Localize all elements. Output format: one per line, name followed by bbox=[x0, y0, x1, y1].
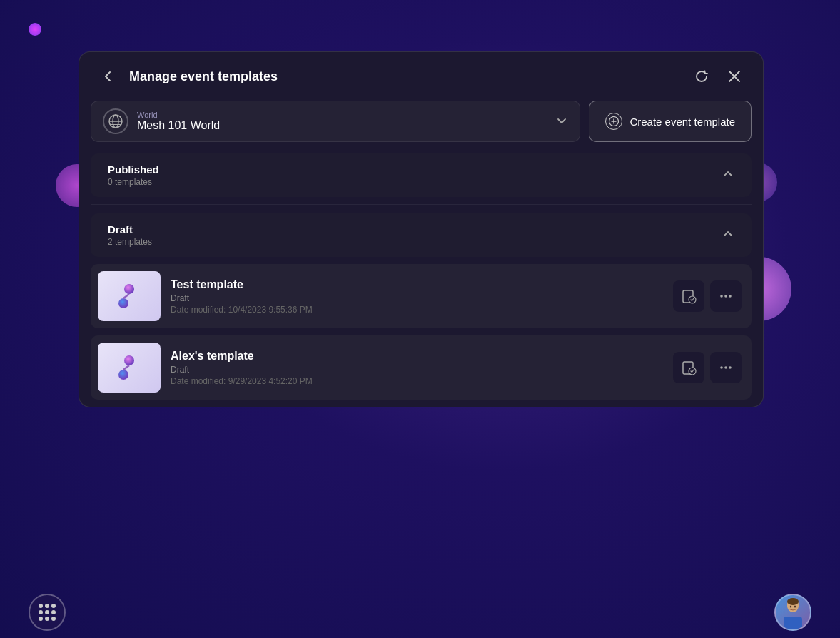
published-count: 0 templates bbox=[108, 177, 159, 187]
template-item: Alex's template Draft Date modified: 9/2… bbox=[91, 335, 752, 400]
create-event-template-label: Create event template bbox=[629, 116, 735, 128]
svg-point-10 bbox=[729, 295, 732, 298]
template-thumbnail bbox=[98, 343, 161, 393]
apps-button[interactable] bbox=[29, 594, 66, 631]
svg-point-23 bbox=[787, 598, 799, 605]
template-info: Test template Draft Date modified: 10/4/… bbox=[171, 278, 663, 315]
world-selector[interactable]: World Mesh 101 World bbox=[91, 101, 580, 142]
template-status: Draft bbox=[171, 365, 663, 375]
bg-orb-1 bbox=[29, 23, 41, 36]
close-button[interactable] bbox=[723, 65, 746, 88]
world-name: Mesh 101 World bbox=[137, 119, 547, 132]
template-actions bbox=[673, 352, 742, 383]
refresh-button[interactable] bbox=[690, 65, 713, 88]
world-label: World bbox=[137, 111, 547, 119]
draft-chevron-icon bbox=[722, 228, 734, 243]
template-date: Date modified: 10/4/2023 9:55:36 PM bbox=[171, 305, 663, 315]
svg-point-24 bbox=[790, 606, 791, 608]
svg-point-9 bbox=[724, 295, 727, 298]
draft-title: Draft bbox=[108, 223, 152, 236]
create-event-template-button[interactable]: Create event template bbox=[589, 101, 752, 142]
svg-line-13 bbox=[123, 365, 129, 370]
template-status: Draft bbox=[171, 293, 663, 303]
published-section-header[interactable]: Published 0 templates bbox=[91, 153, 752, 197]
template-more-button[interactable] bbox=[710, 352, 742, 383]
published-section-info: Published 0 templates bbox=[108, 163, 159, 187]
template-name: Alex's template bbox=[171, 350, 663, 363]
template-date: Date modified: 9/29/2023 4:52:20 PM bbox=[171, 376, 663, 386]
draft-section-header[interactable]: Draft 2 templates bbox=[91, 213, 752, 257]
template-info: Alex's template Draft Date modified: 9/2… bbox=[171, 350, 663, 386]
apps-grid-icon bbox=[39, 604, 56, 621]
svg-line-5 bbox=[123, 294, 129, 298]
avatar-button[interactable] bbox=[774, 594, 811, 631]
templates-list: Test template Draft Date modified: 10/4/… bbox=[79, 264, 763, 400]
create-plus-icon bbox=[605, 113, 622, 130]
template-publish-button[interactable] bbox=[673, 280, 704, 312]
header-actions bbox=[690, 65, 746, 88]
modal-title: Manage event templates bbox=[129, 69, 680, 84]
template-more-button[interactable] bbox=[710, 280, 742, 312]
svg-point-12 bbox=[118, 370, 128, 380]
world-globe-icon bbox=[103, 108, 128, 134]
world-selector-chevron-icon bbox=[555, 114, 568, 129]
template-publish-button[interactable] bbox=[673, 352, 704, 383]
svg-point-11 bbox=[124, 355, 134, 365]
world-info: World Mesh 101 World bbox=[137, 111, 547, 132]
svg-point-3 bbox=[124, 284, 134, 294]
template-actions bbox=[673, 280, 742, 312]
svg-point-8 bbox=[720, 295, 723, 298]
bottom-bar bbox=[0, 587, 840, 638]
svg-point-18 bbox=[729, 366, 732, 369]
published-chevron-icon bbox=[722, 168, 734, 183]
published-title: Published bbox=[108, 163, 159, 176]
template-item: Test template Draft Date modified: 10/4/… bbox=[91, 264, 752, 328]
svg-point-16 bbox=[720, 366, 723, 369]
modal-header: Manage event templates bbox=[79, 52, 763, 101]
svg-point-25 bbox=[794, 606, 796, 608]
back-button[interactable] bbox=[96, 65, 119, 88]
template-name: Test template bbox=[171, 278, 663, 291]
template-thumbnail bbox=[98, 271, 161, 321]
manage-templates-modal: Manage event templates bbox=[79, 51, 764, 407]
world-row: World Mesh 101 World Create event templa… bbox=[79, 101, 763, 153]
svg-rect-21 bbox=[784, 617, 802, 629]
svg-point-17 bbox=[724, 366, 727, 369]
draft-section-info: Draft 2 templates bbox=[108, 223, 152, 247]
svg-point-4 bbox=[118, 298, 128, 308]
draft-count: 2 templates bbox=[108, 237, 152, 247]
divider bbox=[91, 204, 752, 205]
